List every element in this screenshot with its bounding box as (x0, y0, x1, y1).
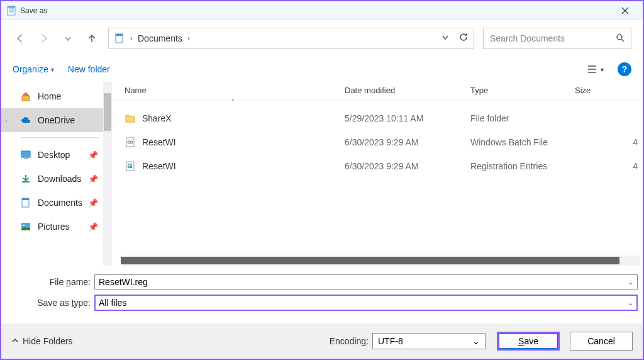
search-placeholder: Search Documents (490, 33, 565, 43)
svg-point-9 (617, 35, 622, 40)
view-options[interactable]: ▾ (587, 65, 604, 74)
chevron-right-icon: › (130, 34, 133, 43)
file-date: 6/30/2023 9:29 AM (345, 137, 470, 147)
close-button[interactable] (613, 2, 638, 20)
file-type: Registration Entries (470, 161, 575, 171)
pin-icon: 📌 (88, 222, 98, 232)
scrollbar-thumb[interactable] (104, 93, 111, 131)
column-size[interactable]: Size (575, 86, 643, 95)
sidebar-item-label: Pictures (38, 222, 70, 232)
new-folder-button[interactable]: New folder (68, 64, 110, 74)
file-name: ResetWI (142, 161, 176, 171)
nav-bar: › Documents › Search Documents (1, 20, 643, 57)
svg-rect-25 (130, 164, 132, 166)
breadcrumb-text[interactable]: Documents (138, 33, 182, 43)
batch-file-icon (125, 137, 136, 148)
recent-dropdown[interactable] (60, 31, 75, 46)
column-type[interactable]: Type (470, 86, 575, 95)
up-button[interactable] (84, 31, 99, 46)
file-row[interactable]: ResetWI 6/30/2023 9:29 AM Registration E… (112, 154, 643, 178)
chevron-right-icon[interactable]: › (5, 116, 8, 124)
svg-rect-26 (128, 166, 130, 168)
save-form: File name: ResetWI.reg ⌄ Save as type: A… (1, 266, 643, 318)
title-bar: Save as (1, 1, 643, 20)
file-name: ResetWI (142, 137, 176, 147)
sidebar-item-onedrive[interactable]: › OneDrive (1, 108, 112, 132)
pin-icon: 📌 (88, 174, 98, 184)
sidebar-item-downloads[interactable]: Downloads 📌 (1, 167, 112, 191)
file-name: ShareX (142, 113, 172, 123)
svg-rect-15 (24, 158, 28, 159)
chevron-down-icon[interactable]: ⌄ (628, 299, 633, 307)
sidebar-scrollbar[interactable] (103, 82, 112, 266)
svg-rect-0 (8, 6, 15, 15)
file-list-header[interactable]: Name Date modified Type Size (112, 82, 643, 99)
sidebar: Home › OneDrive Desktop 📌 Downloads 📌 Do… (1, 82, 112, 266)
sidebar-item-label: Documents (38, 198, 82, 208)
chevron-up-icon (11, 336, 19, 346)
sidebar-item-label: OneDrive (38, 115, 75, 125)
downloads-icon (20, 173, 31, 184)
file-type: Windows Batch File (470, 137, 575, 147)
svg-rect-4 (8, 6, 15, 8)
filename-input[interactable]: ResetWI.reg ⌄ (94, 274, 638, 290)
notepad-icon (6, 6, 16, 16)
filename-label: File name: (33, 277, 94, 287)
sidebar-item-pictures[interactable]: Pictures 📌 (1, 215, 112, 239)
back-button[interactable] (13, 31, 28, 46)
divider (20, 137, 99, 138)
search-icon (616, 33, 625, 44)
filename-row: File name: ResetWI.reg ⌄ (33, 274, 638, 290)
column-name[interactable]: Name (125, 86, 345, 95)
sidebar-item-desktop[interactable]: Desktop 📌 (1, 143, 112, 167)
chevron-down-icon: ▾ (51, 66, 54, 73)
breadcrumb-dropdown[interactable] (441, 33, 450, 44)
chevron-down-icon[interactable]: ⌄ (472, 336, 480, 346)
svg-rect-17 (22, 198, 29, 200)
footer: Hide Folders Encoding: UTF-8 ⌄ Save Canc… (1, 323, 643, 359)
chevron-right-icon: › (187, 34, 190, 43)
window-title: Save as (20, 6, 613, 15)
cancel-button[interactable]: Cancel (570, 332, 633, 351)
folder-icon (125, 113, 136, 124)
documents-icon (114, 33, 125, 44)
pin-icon: 📌 (88, 150, 98, 160)
scrollbar-thumb[interactable] (121, 257, 619, 264)
search-input[interactable]: Search Documents (483, 28, 631, 49)
sidebar-item-documents[interactable]: Documents 📌 (1, 191, 112, 215)
hide-folders-toggle[interactable]: Hide Folders (11, 336, 72, 346)
breadcrumb[interactable]: › Documents › (108, 28, 474, 49)
organize-menu[interactable]: Organize ▾ (13, 64, 54, 74)
sidebar-item-label: Home (38, 91, 61, 101)
file-type: File folder (470, 113, 575, 123)
file-list: Name Date modified Type Size ˄ ShareX 5/… (112, 82, 643, 266)
file-size: 4 (575, 161, 643, 171)
svg-rect-24 (128, 164, 130, 166)
help-button[interactable]: ? (618, 62, 631, 76)
svg-rect-8 (116, 34, 123, 36)
pin-icon: 📌 (88, 198, 98, 208)
home-icon (20, 91, 31, 102)
encoding-select[interactable]: UTF-8 ⌄ (372, 333, 486, 349)
file-size: 4 (575, 137, 643, 147)
sort-indicator-icon: ˄ (112, 98, 643, 105)
svg-rect-27 (130, 166, 132, 168)
file-row[interactable]: ShareX 5/29/2023 10:11 AM File folder (112, 106, 643, 130)
save-as-type-select[interactable]: All files ⌄ (94, 295, 638, 311)
horizontal-scrollbar[interactable] (121, 256, 640, 266)
column-date[interactable]: Date modified (345, 86, 470, 95)
forward-button[interactable] (36, 31, 52, 46)
save-as-type-label: Save as type: (33, 298, 94, 308)
file-row[interactable]: ResetWI 6/30/2023 9:29 AM Windows Batch … (112, 130, 643, 154)
documents-icon (20, 197, 31, 208)
save-button[interactable]: Save (497, 332, 560, 351)
svg-rect-14 (21, 151, 30, 157)
refresh-button[interactable] (458, 32, 469, 45)
svg-line-10 (621, 39, 624, 42)
sidebar-item-home[interactable]: Home (1, 84, 112, 108)
pictures-icon (20, 221, 31, 232)
chevron-down-icon[interactable]: ⌄ (628, 278, 633, 286)
save-as-type-row: Save as type: All files ⌄ (33, 295, 638, 311)
sidebar-item-label: Downloads (38, 174, 81, 184)
sidebar-item-label: Desktop (38, 150, 70, 160)
